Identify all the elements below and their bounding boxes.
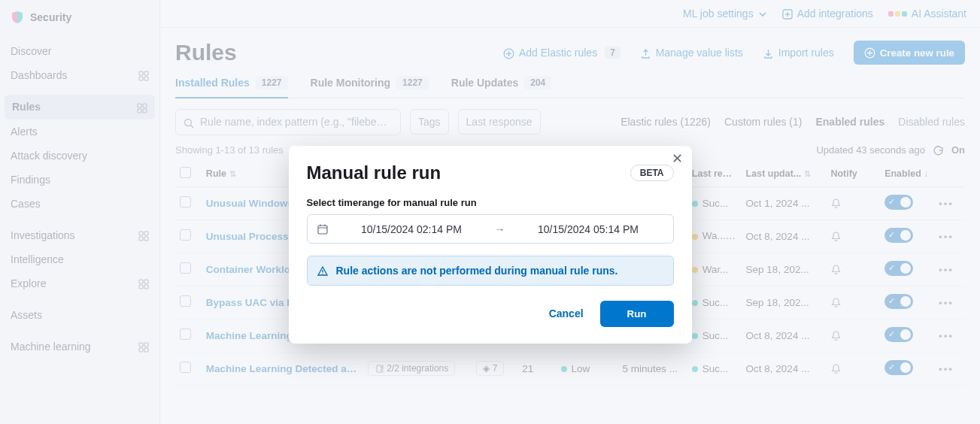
- close-icon[interactable]: ✕: [672, 152, 683, 165]
- cancel-button[interactable]: Cancel: [549, 307, 584, 320]
- timerange-picker[interactable]: 10/15/2024 02:14 PM → 10/15/2024 05:14 P…: [307, 214, 674, 244]
- svg-rect-24: [318, 226, 327, 234]
- beta-badge: BETA: [630, 165, 674, 181]
- modal-subtitle: Select timerange for manual rule run: [307, 197, 674, 208]
- timerange-start[interactable]: 10/15/2024 02:14 PM: [336, 223, 487, 235]
- manual-rule-run-modal: ✕ Manual rule run BETA Select timerange …: [289, 146, 692, 344]
- run-button[interactable]: Run: [600, 301, 674, 327]
- arrow-right-icon: →: [495, 223, 505, 235]
- modal-title: Manual rule run: [307, 162, 441, 183]
- callout-text: Rule actions are not performed during ma…: [336, 265, 618, 277]
- warning-icon: [317, 264, 329, 277]
- timerange-end[interactable]: 10/15/2024 05:14 PM: [513, 223, 664, 235]
- modal-overlay[interactable]: ✕ Manual rule run BETA Select timerange …: [0, 0, 980, 424]
- callout-warning: Rule actions are not performed during ma…: [307, 256, 674, 285]
- calendar-icon: [317, 223, 329, 235]
